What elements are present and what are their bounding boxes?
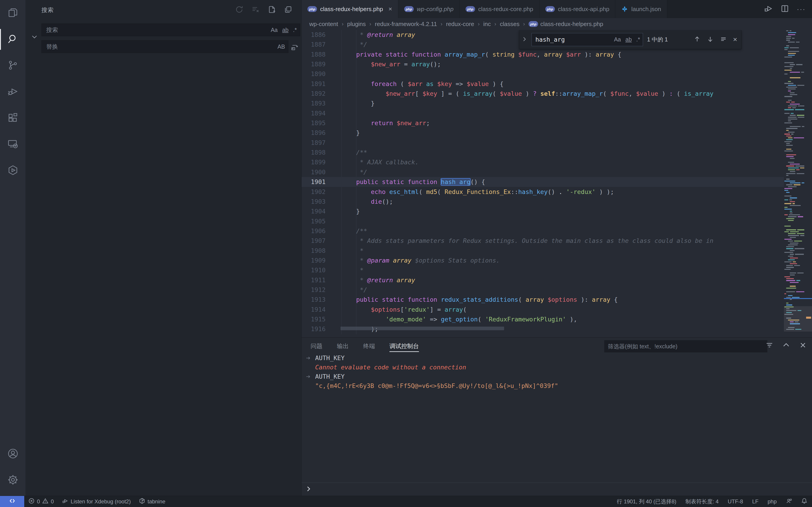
line-number[interactable]: 1898 [302,148,325,157]
line-number[interactable]: 1887 [302,40,325,49]
line-number[interactable]: 1905 [302,216,325,226]
code-line[interactable]: 1898 /** [302,148,784,157]
line-number[interactable]: 1891 [302,79,325,89]
tab-launch.json[interactable]: launch.json [615,0,667,18]
line-number[interactable]: 1911 [302,275,325,285]
line-number[interactable]: 1893 [302,99,325,108]
activity-source-control[interactable] [0,53,26,79]
console-filter-input[interactable] [608,343,764,350]
filter-icon[interactable] [765,341,773,350]
problems-status[interactable]: 0 0 [24,496,58,507]
code-line[interactable]: 1904 } [302,207,784,216]
code-line[interactable]: 1899 * AJAX callback. [302,157,784,167]
line-number[interactable]: 1901 [302,177,325,187]
breadcrumb-item[interactable]: phpclass-redux-helpers.php [528,20,603,27]
code-line[interactable]: 1896 } [302,128,784,137]
code-line[interactable]: 1888 private static function array_map_r… [302,50,784,59]
preserve-case-toggle[interactable]: AB [277,44,285,50]
line-number[interactable]: 1916 [302,324,325,334]
panel-tab-问题[interactable]: 问题 [311,337,322,355]
find-in-selection-icon[interactable] [720,36,727,44]
line-number[interactable]: 1890 [302,69,325,79]
line-number[interactable]: 1907 [302,236,325,245]
find-match-case-toggle[interactable]: Aa [614,36,621,43]
account-button[interactable] [0,441,26,467]
code-line[interactable]: 1895 return $new_arr; [302,118,784,128]
code-line[interactable]: 1913 public static function redux_stats_… [302,295,784,304]
activity-search[interactable] [0,26,26,53]
clear-results-icon[interactable] [251,5,260,14]
match-case-toggle[interactable]: Aa [271,27,278,33]
settings-button[interactable] [0,467,26,494]
views-icon[interactable] [284,5,292,14]
panel-tab-输出[interactable]: 输出 [337,337,349,355]
tab-class-redux-core.php[interactable]: phpclass-redux-core.php [460,0,540,18]
line-number[interactable]: 1897 [302,138,325,148]
find-whole-word-toggle[interactable]: ab [625,36,632,43]
notifications-button[interactable] [797,496,812,507]
activity-explorer[interactable] [0,0,26,26]
line-number[interactable]: 1895 [302,118,325,128]
line-number[interactable]: 1889 [302,59,325,69]
line-number[interactable]: 1892 [302,89,325,99]
encoding-status[interactable]: UTF-8 [723,496,748,507]
line-number[interactable]: 1913 [302,295,325,304]
line-number[interactable]: 1915 [302,315,325,324]
code-line[interactable]: 1900 */ [302,167,784,177]
search-input[interactable] [46,26,271,34]
code-line[interactable]: 1903 die(); [302,197,784,207]
xdebug-status[interactable]: Listen for Xdebug (root2) [58,496,135,507]
line-number[interactable]: 1900 [302,167,325,177]
replace-all-icon[interactable] [291,43,299,52]
find-expand-chevron[interactable] [521,36,527,43]
line-number[interactable]: 1908 [302,246,325,256]
toggle-replace-chevron[interactable] [31,34,38,41]
indentation-status[interactable]: 制表符长度: 4 [681,496,723,507]
close-icon[interactable]: × [388,5,392,13]
code-line[interactable]: 1914 $options['redux'] = array( [302,305,784,315]
code-line[interactable]: 1915 'demo_mode' => get_option( 'ReduxFr… [302,315,784,324]
code-line[interactable]: 1908 * [302,246,784,256]
open-search-editor-icon[interactable] [268,5,276,14]
line-number[interactable]: 1902 [302,187,325,197]
whole-word-toggle[interactable]: ab [282,27,289,33]
code-line[interactable]: 1897 [302,138,784,148]
line-number[interactable]: 1886 [302,30,325,40]
code-area[interactable]: 1886 * @return array1887 */1888 private … [302,30,784,337]
breadcrumb-item[interactable]: plugins [347,20,366,27]
activity-container-tools[interactable] [0,158,26,184]
line-number[interactable]: 1903 [302,197,325,207]
code-line[interactable]: 1912 */ [302,285,784,295]
debug-repl-input[interactable] [302,483,812,496]
line-number[interactable]: 1894 [302,108,325,118]
breadcrumb-item[interactable]: redux-framework-4.2.11 [375,20,437,27]
overview-ruler[interactable] [804,30,812,337]
code-line[interactable]: 1892 $new_arr[ $key ] = ( is_array( $val… [302,89,784,99]
line-number[interactable]: 1888 [302,50,325,59]
line-number[interactable]: 1906 [302,226,325,236]
language-mode[interactable]: php [763,496,781,507]
find-input[interactable] [536,36,614,43]
code-line[interactable]: 1907 * Adds stats parameters for Redux s… [302,236,784,245]
code-line[interactable]: 1902 echo esc_html( md5( Redux_Functions… [302,187,784,197]
breadcrumb-item[interactable]: wp-content [309,20,338,27]
run-debug-icon[interactable] [764,4,773,14]
eol-status[interactable]: LF [748,496,763,507]
code-line[interactable]: 1905 [302,216,784,226]
activity-extensions[interactable] [0,105,26,131]
refresh-icon[interactable] [235,5,243,14]
split-editor-icon[interactable] [780,4,789,14]
tabnine-status[interactable]: tabnine [135,496,169,507]
code-line[interactable]: 1893 } [302,99,784,108]
code-line[interactable]: 1911 * @return array [302,275,784,285]
line-number[interactable]: 1912 [302,285,325,295]
minimap[interactable] [784,30,804,337]
find-regex-toggle[interactable]: .* [636,36,640,43]
breadcrumb[interactable]: wp-content›plugins›redux-framework-4.2.1… [302,18,812,30]
code-line[interactable]: 1889 $new_arr = array(); [302,59,784,69]
code-line[interactable]: 1894 [302,108,784,118]
tab-class-redux-helpers.php[interactable]: phpclass-redux-helpers.php× [302,0,398,18]
panel-tab-终端[interactable]: 终端 [363,337,375,355]
breadcrumb-item[interactable]: inc [483,20,491,27]
panel-tab-调试控制台[interactable]: 调试控制台 [390,337,419,355]
